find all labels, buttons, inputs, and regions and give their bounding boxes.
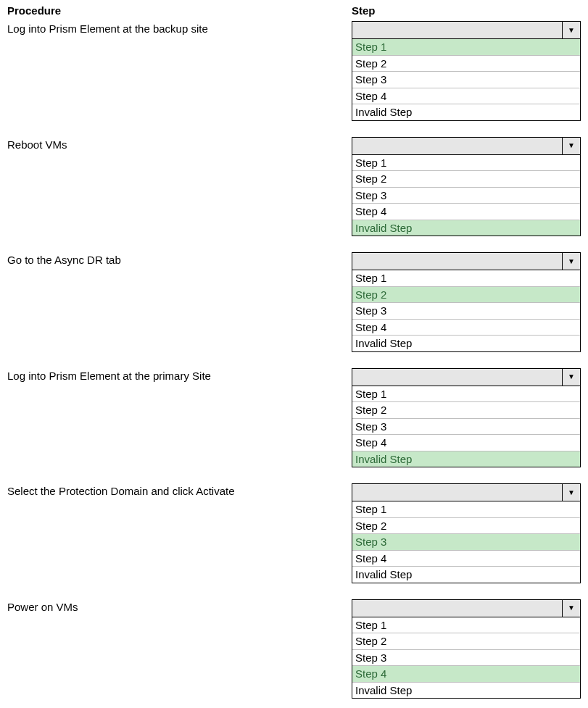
- step-cell: ▼Step 1Step 2Step 3Step 4Invalid Step: [352, 21, 581, 121]
- step-dropdown: ▼Step 1Step 2Step 3Step 4Invalid Step: [352, 252, 581, 352]
- dropdown-option[interactable]: Step 2: [352, 287, 580, 304]
- dropdown-option[interactable]: Step 1: [352, 270, 580, 287]
- dropdown-toggle-button[interactable]: ▼: [562, 22, 580, 38]
- procedure-label: Log into Prism Element at the primary Si…: [7, 368, 352, 468]
- dropdown-display: [352, 484, 562, 501]
- procedure-label: Reboot VMs: [7, 137, 352, 237]
- dropdown-options-list: Step 1Step 2Step 3Step 4Invalid Step: [352, 39, 581, 121]
- dropdown-option[interactable]: Step 3: [352, 188, 580, 204]
- dropdown-head[interactable]: ▼: [352, 21, 581, 39]
- dropdown-option[interactable]: Invalid Step: [352, 567, 580, 583]
- dropdown-option[interactable]: Step 1: [352, 155, 580, 172]
- rows-container: Log into Prism Element at the backup sit…: [7, 21, 581, 699]
- dropdown-option[interactable]: Step 2: [352, 56, 580, 72]
- dropdown-head[interactable]: ▼: [352, 137, 581, 155]
- step-dropdown: ▼Step 1Step 2Step 3Step 4Invalid Step: [352, 368, 581, 468]
- dropdown-option[interactable]: Step 2: [352, 402, 580, 419]
- dropdown-option[interactable]: Step 4: [352, 320, 580, 336]
- procedure-row: Reboot VMs▼Step 1Step 2Step 3Step 4Inval…: [7, 137, 581, 237]
- step-cell: ▼Step 1Step 2Step 3Step 4Invalid Step: [352, 368, 581, 468]
- dropdown-option[interactable]: Step 3: [352, 650, 580, 667]
- procedure-row: Log into Prism Element at the primary Si…: [7, 368, 581, 468]
- dropdown-toggle-button[interactable]: ▼: [562, 138, 580, 154]
- dropdown-option[interactable]: Step 4: [352, 551, 580, 567]
- dropdown-toggle-button[interactable]: ▼: [562, 484, 580, 501]
- dropdown-display: [352, 138, 562, 154]
- procedure-header: Procedure: [7, 4, 352, 17]
- procedure-label: Go to the Async DR tab: [7, 252, 352, 352]
- dropdown-options-list: Step 1Step 2Step 3Step 4Invalid Step: [352, 501, 581, 583]
- dropdown-option[interactable]: Step 3: [352, 303, 580, 320]
- dropdown-option[interactable]: Step 1: [352, 501, 580, 518]
- step-cell: ▼Step 1Step 2Step 3Step 4Invalid Step: [352, 483, 581, 583]
- dropdown-option[interactable]: Invalid Step: [352, 220, 580, 236]
- procedure-row: Go to the Async DR tab▼Step 1Step 2Step …: [7, 252, 581, 352]
- dropdown-options-list: Step 1Step 2Step 3Step 4Invalid Step: [352, 617, 581, 699]
- chevron-down-icon: ▼: [568, 604, 575, 612]
- dropdown-head[interactable]: ▼: [352, 252, 581, 270]
- dropdown-display: [352, 600, 562, 617]
- dropdown-display: [352, 22, 562, 38]
- step-dropdown: ▼Step 1Step 2Step 3Step 4Invalid Step: [352, 599, 581, 699]
- dropdown-option[interactable]: Step 4: [352, 204, 580, 220]
- dropdown-option[interactable]: Step 1: [352, 39, 580, 56]
- dropdown-display: [352, 369, 562, 386]
- dropdown-option[interactable]: Invalid Step: [352, 451, 580, 467]
- chevron-down-icon: ▼: [568, 258, 575, 265]
- dropdown-head[interactable]: ▼: [352, 483, 581, 501]
- dropdown-options-list: Step 1Step 2Step 3Step 4Invalid Step: [352, 270, 581, 352]
- step-dropdown: ▼Step 1Step 2Step 3Step 4Invalid Step: [352, 483, 581, 583]
- dropdown-option[interactable]: Invalid Step: [352, 104, 580, 120]
- step-header: Step: [352, 4, 581, 17]
- dropdown-toggle-button[interactable]: ▼: [562, 600, 580, 617]
- dropdown-option[interactable]: Invalid Step: [352, 683, 580, 699]
- dropdown-head[interactable]: ▼: [352, 368, 581, 386]
- procedure-row: Select the Protection Domain and click A…: [7, 483, 581, 583]
- chevron-down-icon: ▼: [568, 489, 575, 496]
- dropdown-option[interactable]: Step 4: [352, 88, 580, 105]
- chevron-down-icon: ▼: [568, 27, 575, 34]
- dropdown-option[interactable]: Step 1: [352, 617, 580, 634]
- dropdown-options-list: Step 1Step 2Step 3Step 4Invalid Step: [352, 386, 581, 468]
- step-cell: ▼Step 1Step 2Step 3Step 4Invalid Step: [352, 137, 581, 237]
- dropdown-head[interactable]: ▼: [352, 599, 581, 617]
- step-cell: ▼Step 1Step 2Step 3Step 4Invalid Step: [352, 252, 581, 352]
- dropdown-options-list: Step 1Step 2Step 3Step 4Invalid Step: [352, 155, 581, 237]
- step-cell: ▼Step 1Step 2Step 3Step 4Invalid Step: [352, 599, 581, 699]
- procedure-label: Power on VMs: [7, 599, 352, 699]
- dropdown-toggle-button[interactable]: ▼: [562, 369, 580, 386]
- procedure-row: Power on VMs▼Step 1Step 2Step 3Step 4Inv…: [7, 599, 581, 699]
- dropdown-option[interactable]: Step 3: [352, 72, 580, 88]
- dropdown-option[interactable]: Step 2: [352, 633, 580, 650]
- dropdown-option[interactable]: Step 4: [352, 435, 580, 451]
- dropdown-option[interactable]: Step 2: [352, 171, 580, 188]
- procedure-label: Select the Protection Domain and click A…: [7, 483, 352, 583]
- chevron-down-icon: ▼: [568, 142, 575, 149]
- procedure-label: Log into Prism Element at the backup sit…: [7, 21, 352, 121]
- dropdown-option[interactable]: Step 2: [352, 518, 580, 535]
- step-dropdown: ▼Step 1Step 2Step 3Step 4Invalid Step: [352, 21, 581, 121]
- dropdown-option[interactable]: Step 3: [352, 419, 580, 436]
- dropdown-option[interactable]: Step 4: [352, 666, 580, 683]
- dropdown-option[interactable]: Step 1: [352, 386, 580, 403]
- step-dropdown: ▼Step 1Step 2Step 3Step 4Invalid Step: [352, 137, 581, 237]
- dropdown-option[interactable]: Invalid Step: [352, 336, 580, 351]
- header-row: Procedure Step: [7, 4, 581, 17]
- procedure-row: Log into Prism Element at the backup sit…: [7, 21, 581, 121]
- dropdown-toggle-button[interactable]: ▼: [562, 253, 580, 270]
- chevron-down-icon: ▼: [568, 373, 575, 380]
- dropdown-option[interactable]: Step 3: [352, 534, 580, 551]
- dropdown-display: [352, 253, 562, 270]
